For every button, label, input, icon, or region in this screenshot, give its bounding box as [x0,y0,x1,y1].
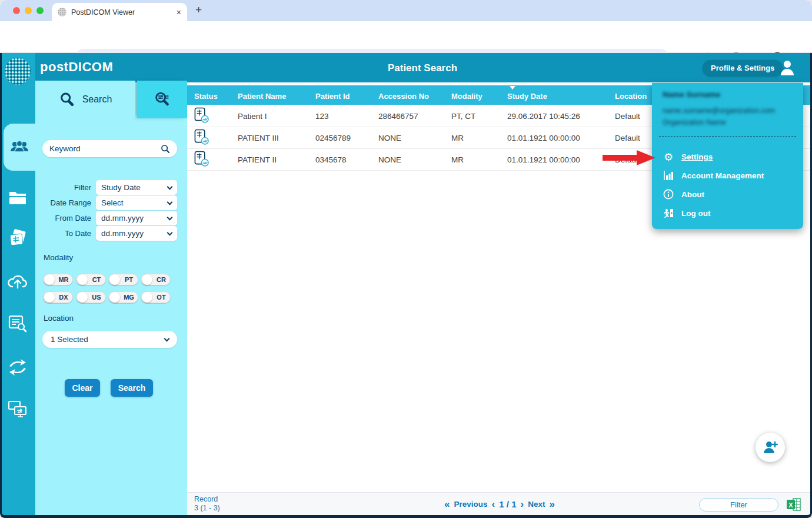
person-icon [778,58,797,77]
date-range-select[interactable]: Select [96,195,177,210]
modality-toggle-mr[interactable]: MR [43,274,73,285]
add-patient-fab[interactable] [756,433,785,462]
export-excel-icon[interactable]: X [786,497,801,512]
window-minimize-button[interactable] [25,7,32,14]
tab-title: PostDICOM Viewer [71,8,172,16]
sidebar-item-transfer[interactable] [0,351,35,384]
study-date-cell[interactable]: 01.01.1921 00:00:00 [507,134,615,142]
sidebar-item-documents[interactable] [0,223,35,255]
tab-close-icon[interactable]: × [177,8,181,17]
patient-id-cell[interactable]: 123 [315,112,378,121]
status-cell[interactable] [194,107,238,125]
modality-cell[interactable]: PT, CT [451,112,507,121]
modality-cell[interactable]: MR [451,134,507,142]
search-button[interactable]: Search [111,379,153,397]
sidebar-item-worklist[interactable] [0,307,35,340]
tab-basic-search[interactable]: Search [35,81,135,118]
chevron-down-icon [167,199,173,205]
gear-icon: ⚙ [663,151,674,162]
svg-text:X: X [788,502,793,509]
browser-tab[interactable]: PostDICOM Viewer × [52,3,187,21]
date-range-label: Date Range [35,195,91,210]
clear-button[interactable]: Clear [65,379,100,397]
profile-settings-tooltip[interactable]: Profile & Settings [703,60,783,76]
study-date-cell[interactable]: 29.06.2017 10:45:26 [507,112,615,121]
user-email-redacted: name.surname@organization.com [663,107,775,115]
patient-name-cell[interactable]: PATIENT II [238,155,315,164]
document-cards-icon [8,229,28,249]
user-name-redacted: Name Surname [663,90,720,99]
window-fullscreen-button[interactable] [36,7,44,14]
to-date-label: To Date [35,226,91,241]
menu-item-account-management[interactable]: Account Management [652,167,803,184]
menu-item-about[interactable]: About [652,185,803,203]
modality-cell[interactable]: MR [451,155,507,164]
previous-page-button[interactable]: Previous [454,500,488,509]
keyword-input[interactable] [49,144,161,153]
chevron-down-icon [167,230,173,235]
sort-descending-icon[interactable] [510,86,515,92]
sidebar-item-upload[interactable] [0,265,35,298]
next-page-button[interactable]: Next [528,500,545,509]
column-patient-name[interactable]: Patient Name [238,85,315,106]
modality-toggle-ot[interactable]: OT [141,291,171,303]
patient-id-cell[interactable]: 0345678 [315,155,378,164]
column-study-date[interactable]: Study Date [507,85,615,106]
postdicom-window: PostDICOM Viewer × + ← → ⟳ germany.postd… [0,0,812,518]
modality-toggle-ct[interactable]: CT [76,274,106,285]
accession-no-cell[interactable]: NONE [378,134,451,142]
last-page-icon[interactable]: » [549,499,554,510]
column-status[interactable]: Status [194,85,238,106]
modality-toggle-us[interactable]: US [76,291,106,303]
from-date-select[interactable]: dd.mm.yyyy [96,211,177,225]
window-close-button[interactable] [13,7,20,14]
column-patient-id[interactable]: Patient Id [315,85,378,106]
modality-toggle-pt[interactable]: PT [108,274,138,285]
new-tab-button[interactable]: + [195,4,202,16]
filter-button[interactable]: Filter [699,498,778,512]
patient-name-cell[interactable]: Patient I [238,112,315,121]
browser-tabstrip: PostDICOM Viewer × + [0,0,812,21]
advanced-search-icon [154,91,171,108]
page-title: Patient Search [187,62,658,74]
record-label: Record [194,495,220,504]
postdicom-logo-icon[interactable] [5,58,31,85]
search-icon [59,91,75,108]
sidebar-item-folders[interactable] [0,181,35,214]
keyword-search-field[interactable] [42,140,177,157]
status-cell[interactable] [194,151,238,169]
browser-toolbar: ← → ⟳ germany.postdicom.com/Viewer/Main … [0,21,812,53]
sidebar-item-device-share[interactable] [0,393,35,426]
patient-id-cell[interactable]: 02456789 [315,134,378,142]
tab-favicon [58,8,66,16]
accession-no-cell[interactable]: 286466757 [378,112,451,121]
filter-label: Filter [35,180,91,195]
location-select[interactable]: 1 Selected [42,331,177,348]
logout-icon [663,207,674,219]
menu-item-logout[interactable]: Log out [652,204,803,222]
menu-item-settings[interactable]: ⚙ Settings [652,148,803,165]
tab-advanced-search[interactable] [137,81,187,118]
toggle-knob [44,274,55,285]
first-page-icon[interactable]: « [444,499,450,510]
user-avatar-button[interactable] [778,58,797,77]
to-date-select[interactable]: dd.mm.yyyy [96,226,177,241]
column-accession-no[interactable]: Accession No [378,85,451,106]
patient-name-cell[interactable]: PATIENT III [238,134,315,142]
modality-toggle-dx[interactable]: DX [43,291,73,303]
filter-select[interactable]: Study Date [96,180,177,195]
column-modality[interactable]: Modality [451,85,507,106]
chevron-down-icon [167,184,173,190]
status-cell[interactable] [194,129,238,147]
chevron-down-icon [164,336,170,341]
accession-no-cell[interactable]: NONE [378,155,451,164]
postdicom-logo-text[interactable]: postDICOM [40,59,113,75]
prev-chevron-icon[interactable]: ‹ [492,499,495,510]
search-icon[interactable] [161,144,170,154]
cloud-upload-icon [7,273,28,290]
sidebar-item-patient-search[interactable] [4,124,35,171]
modality-toggle-cr[interactable]: CR [141,274,171,285]
next-chevron-icon[interactable]: › [520,499,524,510]
modality-toggle-mg[interactable]: MG [108,291,138,303]
study-date-cell[interactable]: 01.01.1921 00:00:00 [507,155,615,164]
